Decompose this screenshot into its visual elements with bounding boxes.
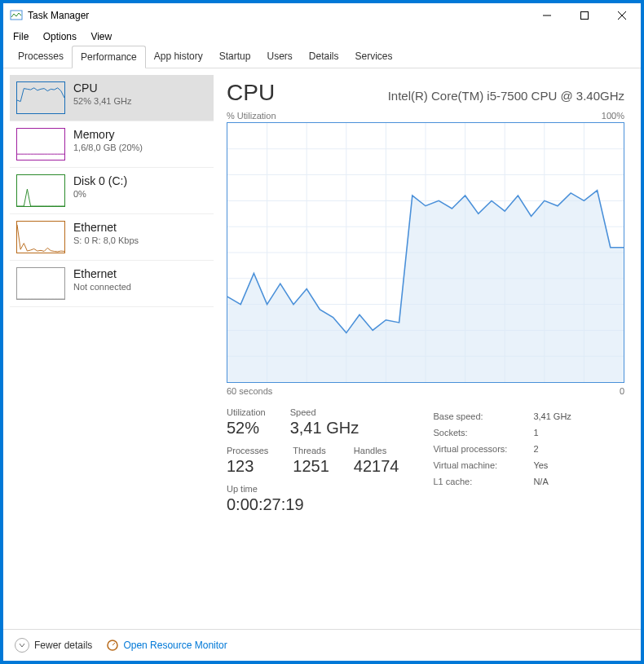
sidebar-item-ethernet[interactable]: EthernetNot connected xyxy=(10,261,214,307)
sidebar-item-sub: Not connected xyxy=(73,282,131,292)
chart-label-topright: 100% xyxy=(602,111,624,121)
tab-app-history[interactable]: App history xyxy=(146,46,211,68)
open-resource-monitor-link[interactable]: Open Resource Monitor xyxy=(107,640,227,651)
sidebar-item-memory[interactable]: Memory1,6/8,0 GB (20%) xyxy=(10,121,214,168)
sidebar-thumb xyxy=(16,81,65,114)
tab-performance[interactable]: Performance xyxy=(72,46,146,68)
sidebar-thumb xyxy=(16,128,65,161)
cpu-info-table: Base speed:3,41 GHz Sockets:1 Virtual pr… xyxy=(431,407,572,490)
window-title: Task Manager xyxy=(28,10,528,21)
sockets-value: 1 xyxy=(533,425,571,440)
menubar: File Options View xyxy=(3,28,641,46)
uptime-value: 0:00:27:19 xyxy=(227,495,399,514)
chart-label-bottomright: 0 xyxy=(620,386,624,396)
tabbar: ProcessesPerformanceApp historyStartupUs… xyxy=(3,46,641,68)
sidebar-item-sub: 0% xyxy=(73,189,127,199)
menu-options[interactable]: Options xyxy=(43,31,77,42)
threads-value: 1251 xyxy=(293,457,329,476)
vproc-label: Virtual processors: xyxy=(433,442,532,456)
sidebar-item-sub: 1,6/8,0 GB (20%) xyxy=(73,143,143,152)
base-speed-value: 3,41 GHz xyxy=(533,409,571,424)
sidebar-item-cpu[interactable]: CPU52% 3,41 GHz xyxy=(10,75,214,121)
tab-details[interactable]: Details xyxy=(301,46,347,68)
resource-monitor-label: Open Resource Monitor xyxy=(123,640,227,651)
tab-users[interactable]: Users xyxy=(258,46,300,68)
titlebar: Task Manager xyxy=(3,3,641,28)
utilization-label: Utilization xyxy=(227,407,266,417)
menu-view[interactable]: View xyxy=(90,31,112,42)
uptime-label: Up time xyxy=(227,484,399,494)
vproc-value: 2 xyxy=(533,442,571,456)
svg-rect-2 xyxy=(581,12,589,20)
task-manager-icon xyxy=(10,9,23,22)
sidebar: CPU52% 3,41 GHzMemory1,6/8,0 GB (20%)Dis… xyxy=(3,68,214,629)
sidebar-item-disk-0-c-[interactable]: Disk 0 (C:)0% xyxy=(10,168,214,214)
fewer-details-label: Fewer details xyxy=(34,640,92,651)
maximize-button[interactable] xyxy=(566,3,603,28)
processes-value: 123 xyxy=(227,457,268,476)
base-speed-label: Base speed: xyxy=(433,409,532,424)
main-panel: CPU Intel(R) Core(TM) i5-7500 CPU @ 3.40… xyxy=(214,68,641,629)
svg-line-24 xyxy=(112,643,115,645)
sidebar-thumb xyxy=(16,174,65,207)
sidebar-item-title: Ethernet xyxy=(73,221,139,234)
sidebar-item-title: CPU xyxy=(73,81,132,95)
sidebar-item-ethernet[interactable]: EthernetS: 0 R: 8,0 Kbps xyxy=(10,214,214,261)
footer: Fewer details Open Resource Monitor xyxy=(3,629,641,661)
threads-label: Threads xyxy=(293,446,329,455)
resource-monitor-icon xyxy=(107,640,118,651)
sockets-label: Sockets: xyxy=(433,425,532,440)
tab-processes[interactable]: Processes xyxy=(10,46,72,68)
sidebar-thumb xyxy=(16,221,65,253)
utilization-value: 52% xyxy=(227,419,266,438)
sidebar-item-title: Memory xyxy=(73,128,143,141)
handles-value: 42174 xyxy=(354,457,399,476)
tab-startup[interactable]: Startup xyxy=(211,46,259,68)
menu-file[interactable]: File xyxy=(13,31,29,42)
fewer-details-button[interactable]: Fewer details xyxy=(15,638,92,653)
sidebar-thumb xyxy=(16,267,65,300)
panel-title: CPU xyxy=(227,80,275,106)
sidebar-item-sub: 52% 3,41 GHz xyxy=(73,96,132,106)
speed-label: Speed xyxy=(290,407,359,417)
chart-label-bottomleft: 60 seconds xyxy=(227,386,272,396)
cpu-utilization-chart xyxy=(227,122,624,383)
vm-label: Virtual machine: xyxy=(433,458,532,473)
cpu-model: Intel(R) Core(TM) i5-7500 CPU @ 3.40GHz xyxy=(388,89,624,103)
tab-services[interactable]: Services xyxy=(347,46,401,68)
vm-value: Yes xyxy=(533,458,571,473)
minimize-button[interactable] xyxy=(528,3,566,28)
speed-value: 3,41 GHz xyxy=(290,419,359,438)
handles-label: Handles xyxy=(354,446,399,455)
close-button[interactable] xyxy=(603,3,641,28)
processes-label: Processes xyxy=(227,446,268,455)
sidebar-item-title: Disk 0 (C:) xyxy=(73,174,127,187)
chevron-down-icon xyxy=(15,638,29,653)
chart-label-topleft: % Utilization xyxy=(227,111,276,121)
l1-label: L1 cache: xyxy=(433,474,532,489)
sidebar-item-title: Ethernet xyxy=(73,267,131,280)
l1-value: N/A xyxy=(533,474,571,489)
sidebar-item-sub: S: 0 R: 8,0 Kbps xyxy=(73,235,139,245)
